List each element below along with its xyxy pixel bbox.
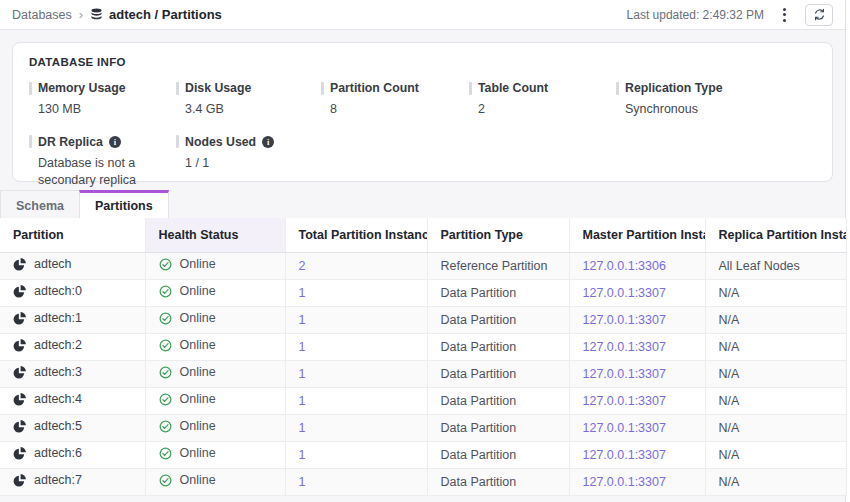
metric-value: Database is not a secondary replica [38,155,170,189]
table-row: adtech:3 Online 1 Data Partition 127.0.0… [0,360,846,387]
partition-type: Data Partition [441,367,517,381]
health-status: Online [180,473,216,487]
metric-accent-bar [29,82,32,95]
partition-name: adtech:6 [34,446,82,460]
check-circle-icon [159,474,172,487]
column-header[interactable]: Partition Type [427,218,569,252]
total-instances-link[interactable]: 1 [299,286,306,300]
master-instance-link[interactable]: 127.0.0.1:3307 [583,394,666,408]
column-header[interactable]: Master Partition Instance ... [569,218,705,252]
metric-label: Nodes Used [185,135,256,149]
partition-type: Data Partition [441,286,517,300]
pie-chart-icon [13,393,26,406]
info-icon[interactable]: i [109,136,121,148]
metric: DR Replica i Database is not a secondary… [29,135,176,189]
total-instances-link[interactable]: 1 [299,367,306,381]
total-instances-link[interactable]: 2 [299,259,306,273]
replica-instance: N/A [719,367,740,381]
partition-type: Data Partition [441,394,517,408]
metric-accent-bar [469,82,472,95]
total-instances-link[interactable]: 1 [299,448,306,462]
total-instances-link[interactable]: 1 [299,475,306,489]
tab-label: Schema [16,199,64,213]
partition-name: adtech:4 [34,392,82,406]
replica-instance: N/A [719,394,740,408]
replica-instance: N/A [719,448,740,462]
metric: Nodes Used i 1 / 1 [176,135,321,189]
partition-name: adtech:3 [34,365,82,379]
metric: Replication Type Synchronous [616,81,816,118]
metric-accent-bar [29,135,32,148]
database-info-card: DATABASE INFO Memory Usage 130 MB Disk U… [12,42,833,182]
master-instance-link[interactable]: 127.0.0.1:3307 [583,367,666,381]
partition-name: adtech:0 [34,284,82,298]
pie-chart-icon [13,258,26,271]
health-status: Online [180,257,216,271]
metric-label: Memory Usage [38,81,125,95]
column-header[interactable]: Partition [0,218,145,252]
tab-label: Partitions [95,199,153,213]
topbar: Databases › adtech / Partitions Last upd… [0,0,845,30]
table-row: adtech:6 Online 1 Data Partition 127.0.0… [0,441,846,468]
master-instance-link[interactable]: 127.0.0.1:3307 [583,475,666,489]
check-circle-icon [159,339,172,352]
pie-chart-icon [13,312,26,325]
refresh-button[interactable] [805,4,833,26]
card-title: DATABASE INFO [29,56,816,68]
table-row: adtech Online 2 Reference Partition 127.… [0,252,846,279]
master-instance-link[interactable]: 127.0.0.1:3307 [583,313,666,327]
table-row: adtech:4 Online 1 Data Partition 127.0.0… [0,387,846,414]
metric: Memory Usage 130 MB [29,81,176,118]
breadcrumb-databases-link[interactable]: Databases [12,8,72,22]
metric-label: Table Count [478,81,548,95]
replica-instance: N/A [719,340,740,354]
column-header[interactable]: Health Status [145,218,285,252]
tab-schema[interactable]: Schema [0,190,80,218]
database-icon [90,8,103,21]
table-row: adtech:5 Online 1 Data Partition 127.0.0… [0,414,846,441]
column-header[interactable]: Total Partition Instances [285,218,427,252]
metric: Table Count 2 [469,81,616,118]
master-instance-link[interactable]: 127.0.0.1:3307 [583,340,666,354]
table-row: adtech:7 Online 1 Data Partition 127.0.0… [0,468,846,495]
refresh-icon [813,8,826,21]
partitions-table: PartitionHealth StatusTotal Partition In… [0,218,847,496]
check-circle-icon [159,366,172,379]
breadcrumb-chevron-icon: › [79,7,83,22]
master-instance-link[interactable]: 127.0.0.1:3306 [583,259,666,273]
partition-type: Data Partition [441,475,517,489]
health-status: Online [180,311,216,325]
metric-label: DR Replica [38,135,103,149]
total-instances-link[interactable]: 1 [299,313,306,327]
table-body: adtech Online 2 Reference Partition 127.… [0,252,846,495]
kebab-menu-icon[interactable] [778,5,791,25]
total-instances-link[interactable]: 1 [299,421,306,435]
total-instances-link[interactable]: 1 [299,340,306,354]
pie-chart-icon [13,447,26,460]
partition-name: adtech:2 [34,338,82,352]
column-header[interactable]: Replica Partition Instance ... [705,218,846,252]
master-instance-link[interactable]: 127.0.0.1:3307 [583,448,666,462]
table-row: adtech:0 Online 1 Data Partition 127.0.0… [0,279,846,306]
pie-chart-icon [13,339,26,352]
metric-value: 3.4 GB [185,101,317,118]
health-status: Online [180,338,216,352]
master-instance-link[interactable]: 127.0.0.1:3307 [583,421,666,435]
metric-accent-bar [176,135,179,148]
total-instances-link[interactable]: 1 [299,394,306,408]
master-instance-link[interactable]: 127.0.0.1:3307 [583,286,666,300]
replica-instance: N/A [719,475,740,489]
tab-partitions[interactable]: Partitions [79,190,169,218]
info-icon[interactable]: i [262,136,274,148]
metric: Disk Usage 3.4 GB [176,81,321,118]
partition-type: Data Partition [441,448,517,462]
metric-label: Partition Count [330,81,419,95]
metric-label: Disk Usage [185,81,251,95]
health-status: Online [180,284,216,298]
metric-accent-bar [176,82,179,95]
check-circle-icon [159,258,172,271]
metric-value: 8 [330,101,462,118]
metric-label: Replication Type [625,81,722,95]
check-circle-icon [159,393,172,406]
table-row: adtech:1 Online 1 Data Partition 127.0.0… [0,306,846,333]
